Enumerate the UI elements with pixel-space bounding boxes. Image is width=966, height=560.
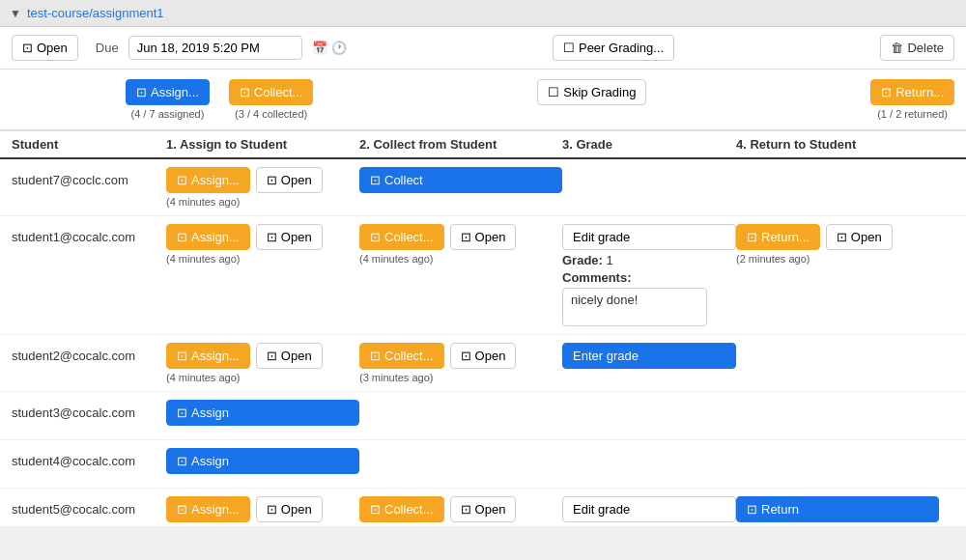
student-email: student7@coclc.com: [12, 167, 166, 187]
collect-sub: (4 minutes ago): [359, 525, 562, 526]
collect-all-button[interactable]: ⊡ Collect...: [229, 79, 314, 105]
assign-cell: ⊡ Assign: [166, 400, 359, 426]
grade-label: Grade: 3: [562, 525, 736, 526]
student-email: student4@cocalc.com: [12, 448, 166, 468]
collect-open-button[interactable]: ⊡ Open: [450, 496, 517, 522]
open-icon: ⊡: [22, 41, 33, 55]
table-body: student7@coclc.com⊡ Assign...⊡ Open(4 mi…: [0, 159, 966, 526]
calendar-icon[interactable]: 📅: [312, 41, 327, 55]
assign-action-group: ⊡ Assign... (4 / 7 assigned): [126, 79, 210, 120]
skip-checkbox-icon: ☐: [548, 85, 559, 99]
edit-grade-button[interactable]: Edit grade: [562, 496, 736, 522]
assign-sub: (4 minutes ago): [166, 372, 359, 383]
comment-box[interactable]: nicely done!: [562, 288, 707, 326]
assign-all-button[interactable]: ⊡ Assign...: [126, 79, 210, 105]
chevron-icon: ▼: [10, 7, 21, 20]
assign-open-button[interactable]: ⊡ Open: [256, 167, 323, 193]
page-title: test-course/assignment1: [27, 6, 164, 20]
skip-grading-group: ☐ Skip Grading: [537, 79, 646, 105]
assign-icon: ⊡: [136, 85, 147, 99]
col-grade: 3. Grade: [562, 137, 736, 152]
collect-button[interactable]: ⊡ Collect...: [359, 496, 444, 522]
collect-cell: ⊡ Collect...⊡ Open(4 minutes ago): [359, 496, 562, 526]
collect-open-button[interactable]: ⊡ Open: [450, 343, 517, 369]
enter-grade-button[interactable]: Enter grade: [562, 343, 736, 369]
grade-cell: Edit gradeGrade: 1Comments:nicely done!: [562, 224, 736, 326]
assign-button[interactable]: ⊡ Assign...: [166, 343, 250, 369]
collect-cell: ⊡ Collect...⊡ Open(4 minutes ago): [359, 224, 562, 265]
student-email: student5@cocalc.com: [12, 496, 166, 517]
col-return: 4. Return to Student: [736, 137, 939, 152]
collect-sub-label: (3 / 4 collected): [235, 108, 307, 120]
col-collect: 2. Collect from Student: [359, 137, 562, 152]
assign-cell: ⊡ Assign...⊡ Open(4 minutes ago): [166, 167, 359, 208]
collect-icon: ⊡: [240, 85, 250, 99]
return-sub-label: (1 / 2 returned): [877, 108, 948, 120]
return-icon: ⊡: [881, 85, 892, 99]
edit-grade-button[interactable]: Edit grade: [562, 224, 736, 250]
return-action-group: ⊡ Return... (1 / 2 returned): [870, 79, 954, 120]
clock-icon[interactable]: 🕐: [331, 41, 347, 55]
table-header: Student 1. Assign to Student 2. Collect …: [0, 131, 966, 159]
collect-button[interactable]: ⊡ Collect...: [359, 343, 444, 369]
assign-button[interactable]: ⊡ Assign...: [166, 167, 250, 193]
collect-sub: (4 minutes ago): [359, 253, 562, 265]
assign-sub: (4 minutes ago): [166, 196, 359, 208]
trash-icon: 🗑: [891, 41, 903, 55]
table-row: student7@coclc.com⊡ Assign...⊡ Open(4 mi…: [0, 159, 966, 216]
assign-cell: ⊡ Assign...⊡ Open(4 minutes ago): [166, 496, 359, 526]
table-row: student3@cocalc.com⊡ Assign: [0, 392, 966, 440]
collect-cell: ⊡ Collect...⊡ Open(3 minutes ago): [359, 343, 562, 383]
collect-sub: (3 minutes ago): [359, 372, 562, 383]
assign-open-button[interactable]: ⊡ Open: [256, 343, 323, 369]
return-cell: ⊡ Return...⊡ Open(2 minutes ago): [736, 224, 939, 265]
grade-cell: Edit gradeGrade: 3: [562, 496, 736, 526]
return-all-button[interactable]: ⊡ Return...: [870, 79, 954, 105]
return-sub: (2 minutes ago): [736, 253, 939, 265]
collect-open-button[interactable]: ⊡ Open: [450, 224, 517, 250]
due-label: Due: [96, 41, 119, 55]
collect-action-group: ⊡ Collect... (3 / 4 collected): [229, 79, 314, 120]
assign-cell: ⊡ Assign...⊡ Open(4 minutes ago): [166, 224, 359, 265]
action-row: ⊡ Assign... (4 / 7 assigned) ⊡ Collect..…: [0, 70, 966, 131]
student-email: student1@cocalc.com: [12, 224, 166, 244]
col-student: Student: [12, 137, 166, 152]
grade-label: Grade: 1: [562, 253, 736, 267]
table-row: student1@cocalc.com⊡ Assign...⊡ Open(4 m…: [0, 216, 966, 335]
assign-sub: (4 minutes ago): [166, 253, 359, 265]
student-email: student2@cocalc.com: [12, 343, 166, 363]
student-email: student3@cocalc.com: [12, 400, 166, 420]
assign-open-button[interactable]: ⊡ Open: [256, 496, 323, 522]
assign-open-button[interactable]: ⊡ Open: [256, 224, 323, 250]
checkbox-icon: ☐: [563, 41, 575, 55]
delete-button[interactable]: 🗑 Delete: [880, 35, 954, 61]
assign-cell: ⊡ Assign: [166, 448, 359, 474]
table-row: student4@cocalc.com⊡ Assign: [0, 440, 966, 489]
assign-button[interactable]: ⊡ Assign: [166, 448, 359, 474]
title-bar: ▼ test-course/assignment1: [0, 0, 966, 27]
return-button[interactable]: ⊡ Return...: [736, 224, 820, 250]
assign-button[interactable]: ⊡ Assign: [166, 400, 359, 426]
collect-cell: ⊡ Collect: [359, 167, 562, 193]
assign-sub: (4 minutes ago): [166, 525, 359, 526]
table-row: student2@cocalc.com⊡ Assign...⊡ Open(4 m…: [0, 335, 966, 392]
comments-label: Comments:: [562, 270, 736, 285]
assign-button[interactable]: ⊡ Assign...: [166, 496, 250, 522]
assign-button[interactable]: ⊡ Assign...: [166, 224, 250, 250]
skip-grading-button[interactable]: ☐ Skip Grading: [537, 79, 646, 105]
peer-grading-button[interactable]: ☐ Peer Grading...: [553, 35, 674, 61]
return-open-button[interactable]: ⊡ Open: [826, 224, 893, 250]
collect-button[interactable]: ⊡ Collect: [359, 167, 562, 193]
assign-sub-label: (4 / 7 assigned): [131, 108, 205, 120]
collect-button[interactable]: ⊡ Collect...: [359, 224, 444, 250]
assign-cell: ⊡ Assign...⊡ Open(4 minutes ago): [166, 343, 359, 383]
due-date-input[interactable]: [128, 36, 302, 60]
return-cell: ⊡ Return: [736, 496, 939, 522]
open-button[interactable]: ⊡ Open: [12, 35, 78, 61]
grade-cell: Enter grade: [562, 343, 736, 369]
toolbar: ⊡ Open Due 📅 🕐 ☐ Peer Grading... 🗑 Delet…: [0, 27, 966, 70]
col-assign: 1. Assign to Student: [166, 137, 359, 152]
return-button[interactable]: ⊡ Return: [736, 496, 939, 522]
table-row: student5@cocalc.com⊡ Assign...⊡ Open(4 m…: [0, 489, 966, 526]
